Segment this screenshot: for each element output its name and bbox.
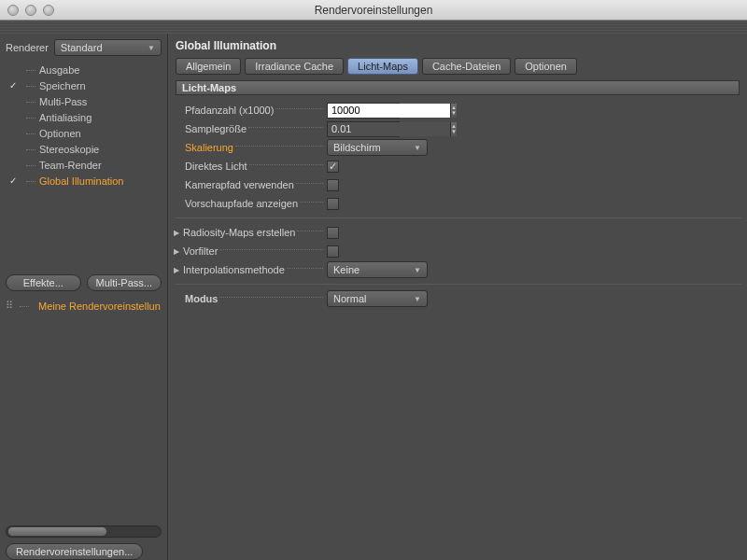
sidebar-list: Ausgabe ✓Speichern Multi-Pass Antialiasi… (0, 62, 167, 269)
content-pane: Global Illumination Allgemein Irradiance… (168, 34, 747, 560)
skalierung-dropdown[interactable]: Bildschirm▼ (327, 139, 428, 156)
direktes-licht-label: Direktes Licht (185, 161, 247, 172)
chevron-down-icon: ▼ (414, 144, 421, 152)
preset-item[interactable]: ⠿ Meine Rendervoreinstellun (0, 297, 167, 315)
stepper-icon[interactable]: ▲▼ (450, 122, 457, 136)
sidebar-item-gi[interactable]: ✓Global Illumination (0, 173, 167, 189)
sidebar-item-optionen[interactable]: Optionen (0, 125, 167, 141)
radiosity-label: Radiosity-Maps erstellen (183, 227, 295, 238)
renderer-dropdown[interactable]: Standard ▼ (54, 39, 162, 56)
renderer-value: Standard (61, 42, 103, 53)
toolbar-grip[interactable] (0, 21, 747, 34)
chevron-down-icon: ▼ (148, 44, 155, 52)
vorschaupfade-checkbox[interactable] (327, 198, 339, 210)
modus-dropdown[interactable]: Normal▼ (327, 290, 428, 307)
vorfilter-checkbox[interactable] (327, 245, 339, 258)
preset-handle-icon: ⠿ (6, 300, 14, 312)
modus-label: Modus (185, 293, 218, 304)
chevron-down-icon: ▼ (414, 266, 421, 274)
render-settings-tab[interactable]: Rendervoreinstellungen... (6, 543, 143, 560)
window-title: Rendervoreinstellungen (0, 4, 747, 17)
tab-optionen[interactable]: Optionen (514, 58, 577, 75)
panel-title: Global Illumination (168, 34, 747, 58)
samplegroesse-label: Samplegröße (185, 123, 247, 134)
pfadanzahl-label: Pfadanzahl (x1000) (185, 105, 274, 116)
titlebar: Rendervoreinstellungen (0, 0, 747, 21)
expand-icon[interactable]: ▶ (174, 229, 183, 237)
interpolation-label: Interpolationsmethode (183, 264, 285, 275)
radiosity-checkbox[interactable] (327, 227, 339, 239)
expand-icon[interactable]: ▶ (174, 247, 183, 256)
sidebar-item-ausgabe[interactable]: Ausgabe (0, 62, 167, 77)
multipass-button[interactable]: Multi-Pass... (87, 274, 162, 291)
skalierung-label: Skalierung (185, 142, 233, 153)
sidebar-item-stereoskopie[interactable]: Stereoskopie (0, 141, 167, 157)
kamerapfad-label: Kamerapfad verwenden (185, 179, 294, 190)
sidebar-item-multipass[interactable]: Multi-Pass (0, 93, 167, 109)
scrollbar-thumb[interactable] (8, 527, 106, 536)
tab-irradiance[interactable]: Irradiance Cache (245, 58, 344, 75)
interpolation-dropdown[interactable]: Keine▼ (327, 261, 428, 278)
tab-bar: Allgemein Irradiance Cache Licht-Maps Ca… (168, 58, 747, 78)
effects-button[interactable]: Effekte... (6, 274, 81, 291)
pfadanzahl-input[interactable]: ▲▼ (327, 103, 400, 119)
sidebar-scrollbar[interactable] (6, 525, 162, 538)
vorschaupfade-label: Vorschaupfade anzeigen (185, 198, 298, 209)
expand-icon[interactable]: ▶ (174, 266, 183, 274)
vorfilter-label: Vorfilter (183, 245, 218, 257)
sidebar-item-speichern[interactable]: ✓Speichern (0, 77, 167, 93)
sidebar-item-antialiasing[interactable]: Antialiasing (0, 109, 167, 125)
kamerapfad-checkbox[interactable] (327, 179, 339, 191)
section-header: Licht-Maps (176, 80, 740, 95)
direktes-licht-checkbox[interactable]: ✓ (327, 161, 339, 173)
tab-allgemein[interactable]: Allgemein (176, 58, 241, 75)
samplegroesse-input[interactable]: ▲▼ (327, 121, 400, 137)
tab-cachedateien[interactable]: Cache-Dateien (422, 58, 511, 75)
chevron-down-icon: ▼ (414, 295, 421, 303)
sidebar: Renderer Standard ▼ Ausgabe ✓Speichern M… (0, 34, 168, 560)
sidebar-item-teamrender[interactable]: Team-Render (0, 157, 167, 173)
renderer-label: Renderer (6, 42, 49, 53)
tab-lichtmaps[interactable]: Licht-Maps (347, 58, 418, 75)
stepper-icon[interactable]: ▲▼ (450, 104, 457, 118)
